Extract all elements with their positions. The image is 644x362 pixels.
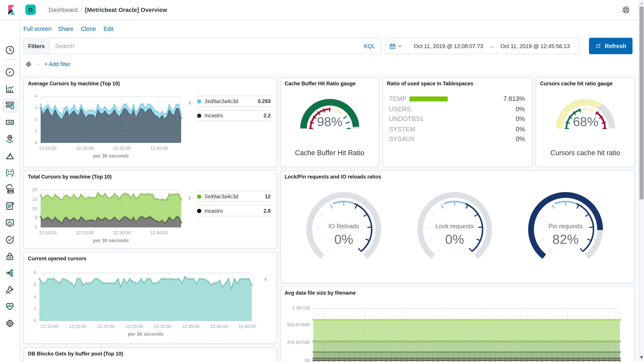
sidebar-item-discover[interactable] [4,67,15,78]
chevron-down-icon [397,44,402,48]
legend-expand-icon[interactable]: › [188,99,191,106]
sidebar-item-maps[interactable] [4,134,15,144]
panel-db-blocks[interactable]: DB Blocks Gets by buffer pool (Top 10) [24,347,277,362]
svg-text:0%: 0% [445,232,464,247]
legend-item[interactable]: 2ed9ac3a4c3d 0.293 [196,96,272,107]
panel-avg-file-size[interactable]: Avg data file size by filename 0B476.837… [280,286,635,362]
legend-item[interactable]: 2ed9ac3a4c3d 12 [196,191,272,202]
panel-average-cursors[interactable]: Average Cursors by machine (Top 10) 0123… [24,77,277,167]
refresh-icon [595,43,602,49]
gauge-caption: Cache Buffer Hit Ratio [280,149,379,157]
svg-text:IO Reloads: IO Reloads [328,223,359,230]
search-input[interactable] [49,38,358,54]
tablespace-value: 0% [516,135,525,143]
svg-text:68%: 68% [573,114,598,129]
date-to[interactable]: Oct 11, 2019 @ 12:45:56.13 [500,43,570,49]
panel-total-cursors[interactable]: Total Cursors by machine (Top 10) 051015… [24,170,277,249]
panel-tablespaces[interactable]: Ratio of used space in Tablespaces TEMP7… [382,77,532,167]
svg-text:98%: 98% [317,114,343,129]
x-axis-label: 12:30:00 [103,146,140,150]
edit-button[interactable]: Edit [104,25,113,32]
sidebar-item-monitoring[interactable] [4,301,15,312]
sidebar-item-graph[interactable] [4,167,15,178]
add-filter-button[interactable]: + Add filter [44,61,70,67]
sidebar-item-uptime[interactable] [4,234,15,245]
tablespace-value: 0% [516,125,525,133]
y-axis-label: 953.674MB [278,322,310,327]
share-button[interactable]: Share [58,25,73,32]
help-icon[interactable] [622,6,630,14]
sidebar-item-recent[interactable] [4,45,15,55]
chart-legend: 2ed9ac3a4c3d 12 mcastro 2.8 [196,191,272,220]
sidebar-item-siem[interactable] [4,251,15,262]
scrollbar-thumb[interactable] [640,6,644,199]
y-axis-label: 476.837MB [278,340,310,345]
legend-expand-icon[interactable]: › [188,194,191,201]
panel-title: Lock/Pin requests and IO reloads ratios [284,174,381,180]
sidebar-item-dev-tools[interactable] [4,284,15,295]
sidebar-item-visualize[interactable] [4,84,15,94]
kibana-logo-icon[interactable] [5,4,17,15]
svg-text:0%: 0% [334,232,353,247]
space-avatar[interactable]: D [26,4,36,15]
filter-settings-gear-icon[interactable] [25,60,32,67]
panel-cursors-cache-gauge[interactable]: Cursors cache hit ratio gauge 68% Cursor… [536,77,635,167]
full-screen-button[interactable]: Full screen [24,25,52,32]
gauge-caption: Cursors cache hit ratio [536,149,634,157]
sidebar-item-machine-learning[interactable] [4,151,15,161]
panel-title: Avg data file size by filename [284,290,356,296]
sidebar-item-management[interactable] [4,318,15,329]
tablespace-value: 7.813% [503,95,525,103]
y-axis-label: 1.397GB [278,305,310,310]
vertical-scrollbar[interactable] [639,0,644,362]
sidebar-item-metrics[interactable] [4,218,15,228]
sidebar-item-logs[interactable] [4,201,15,212]
panel-cache-buffer-gauge[interactable]: Cache Buffer Hit Ratio gauge 98% Cache B… [280,77,379,167]
x-axis-label: 12:45:00 [229,324,266,329]
lock-icon [4,251,15,262]
sidebar-item-infrastructure[interactable] [4,184,15,195]
top-header: D Dashboard/[Metricbeat Oracle] Overview [0,0,644,20]
sidebar-item-canvas[interactable] [4,117,15,128]
nav-divider [2,59,17,60]
panel-title: Total Cursors by machine (Top 10) [28,174,112,180]
query-bar: Filters KQL [24,38,381,54]
kql-toggle[interactable]: KQL [358,38,381,54]
heartbeat-icon [4,301,15,312]
sidebar-item-apm[interactable] [4,268,15,278]
monitor-icon [4,218,15,228]
panel-opened-cursors[interactable]: Current opened cursors 0246812:10:0012:1… [24,252,277,344]
sidebar-item-dashboard[interactable] [4,100,15,111]
x-axis-title: per 30 seconds [40,331,252,337]
visualize-icon [4,84,15,94]
filters-button[interactable]: Filters [24,38,49,54]
refresh-button[interactable]: Refresh [589,38,632,54]
canvas-icon [4,117,15,128]
y-axis-label: 0B [278,358,310,362]
clone-button[interactable]: Clone [81,25,96,32]
dashboard-icon [4,100,15,111]
legend-item[interactable]: mcastro 2.8 [196,205,272,216]
gauge-group: IO Reloads0%Lock requests0%Pin requests8… [280,191,636,273]
date-from[interactable]: Oct 11, 2019 @ 12:08:07.73 [414,43,483,49]
tablespace-value: 0% [516,105,525,113]
tablespace-list: TEMP7.813%USERS0%UNDOTBS10%SYSTEM0%SYSAU… [383,78,533,167]
series-dot [197,113,201,117]
kibana-app: D Dashboard/[Metricbeat Oracle] Overview… [0,0,644,362]
scroll-up-icon[interactable] [640,2,643,4]
tablespace-value: 0% [516,115,525,123]
breadcrumb: Dashboard/[Metricbeat Oracle] Overview [48,6,167,13]
x-axis-label: 12:20:00 [66,146,103,150]
cloud-server-icon [4,184,15,195]
panel-lock-pin-ratios[interactable]: Lock/Pin requests and IO reloads ratios … [280,170,635,283]
scroll-down-icon[interactable] [640,356,643,359]
date-picker-button[interactable] [385,38,405,54]
svg-text:82%: 82% [552,232,579,247]
gauge-lock-requests: Lock requests0% [412,191,498,269]
wrench-icon [4,284,15,295]
legend-collapse-icon[interactable]: ‹ [264,275,267,282]
gear-icon [4,318,15,329]
breadcrumb-dashboard[interactable]: Dashboard [48,6,78,13]
x-axis-title: per 30 seconds [40,153,181,159]
legend-item[interactable]: mcastro 2.2 [196,110,272,121]
